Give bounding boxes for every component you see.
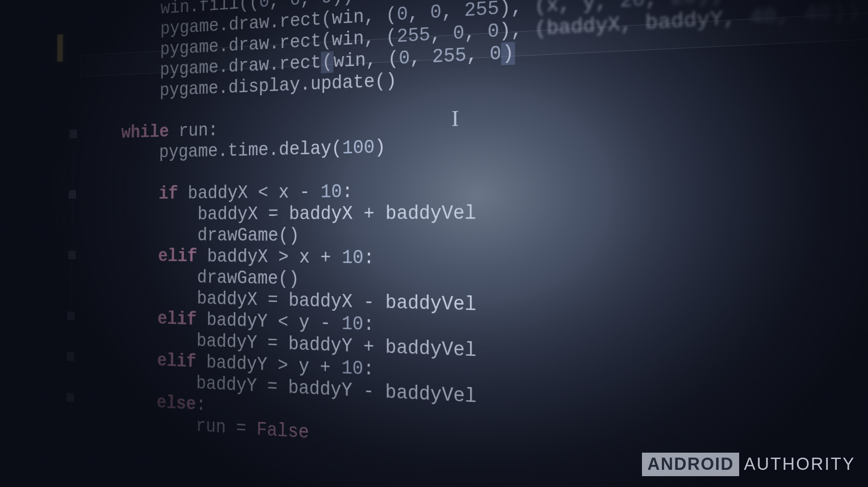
token-lit: 40 [804, 1, 832, 27]
token-id: win, ( [334, 48, 399, 72]
token-id: baddyX = baddyX + baddyVel [198, 202, 476, 225]
token-id: )) [332, 0, 353, 8]
code-area[interactable]: def drawGame(): win.fill((0, 0, 0)) pyga… [80, 0, 867, 480]
bookmark-marker[interactable] [57, 34, 63, 62]
token-id: : [342, 181, 353, 203]
token-lit: 10 [342, 313, 363, 335]
token-id: , [645, 0, 671, 11]
token-id: : [363, 314, 374, 336]
token-lit: 0 [259, 0, 269, 12]
token-id: , [467, 43, 490, 66]
token-lit: 255 [464, 0, 499, 22]
token-id: , [776, 3, 804, 28]
token-kw: while [121, 121, 179, 143]
token-lit: 20 [670, 0, 697, 9]
token-lit: 0 [453, 22, 464, 45]
token-lit: 255 [432, 44, 467, 68]
token-lit: 0 [397, 3, 408, 25]
token-id: , [442, 0, 464, 23]
token-id: : [196, 394, 206, 415]
token-id: ) [501, 42, 515, 65]
token-lit: 10 [341, 357, 363, 380]
indent-guide [70, 145, 74, 431]
token-id: , [430, 23, 453, 46]
token-lit: 10 [342, 247, 363, 269]
token-id: pygame.time.delay( [159, 138, 342, 163]
indent-guide [74, 5, 75, 113]
token-lit: 40 [750, 4, 777, 29]
token-lit: 0 [321, 0, 332, 8]
token-id: )) [831, 0, 860, 25]
token-kw: elif [158, 246, 207, 267]
token-id: ), [499, 18, 535, 42]
token-lit: 0 [290, 0, 300, 10]
token-false: False [256, 419, 309, 443]
token-id: run: [179, 120, 218, 141]
token-lit: 0 [487, 20, 499, 42]
token-id: , [269, 0, 290, 12]
token-lit: 20 [620, 0, 645, 13]
token-id: baddyX < x - [188, 182, 321, 204]
token-kw: else [156, 392, 196, 415]
token-lit: 0 [399, 47, 410, 70]
token-id: , [464, 21, 487, 44]
watermark-brand-plain: AUTHORITY [744, 454, 855, 474]
text-cursor-icon: I [452, 106, 459, 132]
watermark: ANDROID AUTHORITY [642, 453, 855, 476]
fold-toggle-icon[interactable]: − [70, 130, 77, 138]
token-id: , [410, 46, 432, 69]
token-id: )) [696, 0, 723, 8]
token-id: drawGame() [197, 225, 299, 246]
token-lit: 255 [397, 24, 430, 47]
token-kw: if [159, 183, 188, 204]
token-id: ), [499, 0, 535, 19]
token-id: : [363, 247, 374, 269]
token-id: , [300, 0, 321, 9]
token-id: ( [321, 51, 334, 73]
token-id: baddyX > x + [207, 246, 342, 268]
token-lit: 100 [342, 137, 375, 159]
token-id: ) [375, 136, 386, 158]
token-kw: elif [157, 350, 206, 373]
token-id: run = [196, 415, 257, 440]
token-id: baddyY < y - [207, 309, 342, 334]
token-id: : [363, 358, 374, 380]
token-id: , [408, 2, 430, 25]
token-lit: 0 [490, 42, 501, 65]
token-kw: elif [157, 308, 207, 330]
token-lit: 0 [430, 1, 442, 23]
token-lit: 10 [321, 181, 342, 203]
watermark-brand-boxed: ANDROID [642, 453, 739, 476]
token-id: drawGame() [197, 267, 299, 290]
